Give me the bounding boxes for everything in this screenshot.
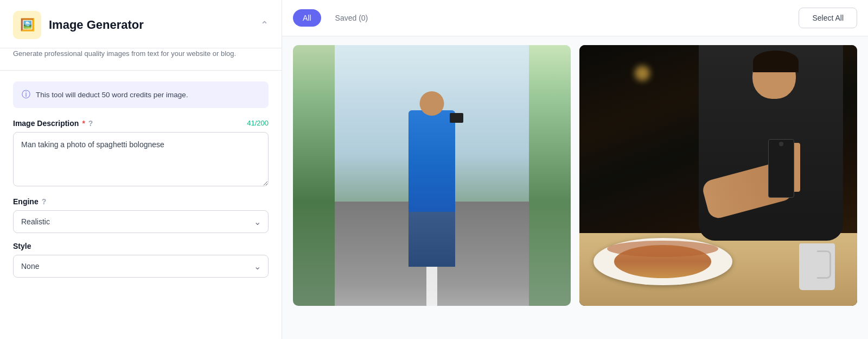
image-card-1[interactable]: [293, 45, 571, 306]
engine-select-wrapper: Realistic Artistic Anime 3D ⌄: [13, 210, 269, 233]
engine-section: Engine ? Realistic Artistic Anime 3D ⌄: [0, 197, 282, 242]
header-section: 🖼️ Image Generator ⌃: [0, 0, 282, 48]
image-card-2[interactable]: [579, 45, 857, 306]
header-left: 🖼️ Image Generator: [13, 11, 144, 39]
style-select-wrapper: None Cinematic Portrait Landscape Abstra…: [13, 255, 269, 278]
app-title: Image Generator: [49, 18, 144, 32]
left-panel: 🖼️ Image Generator ⌃ Generate profession…: [0, 0, 282, 339]
tab-all[interactable]: All: [293, 9, 321, 27]
style-section: Style None Cinematic Portrait Landscape …: [0, 242, 282, 286]
engine-help-icon[interactable]: ?: [42, 197, 47, 206]
images-grid: [282, 36, 868, 339]
description-section: Image Description * ? 41/200 document.qu…: [0, 119, 282, 197]
chevron-toggle-icon[interactable]: ⌃: [260, 19, 269, 31]
engine-label-row: Engine ?: [13, 197, 269, 206]
engine-label: Engine: [13, 197, 39, 206]
required-indicator: *: [82, 119, 85, 128]
description-textarea[interactable]: [13, 132, 269, 186]
right-panel: All Saved (0) Select All: [282, 0, 868, 339]
info-icon: ⓘ: [22, 89, 30, 101]
style-label-row: Style: [13, 242, 269, 250]
style-select[interactable]: None Cinematic Portrait Landscape Abstra…: [13, 255, 269, 278]
style-label: Style: [13, 242, 31, 250]
description-help-icon[interactable]: ?: [88, 119, 93, 128]
app-icon: 🖼️: [13, 11, 41, 39]
engine-select[interactable]: Realistic Artistic Anime 3D: [13, 210, 269, 233]
tab-saved[interactable]: Saved (0): [326, 9, 378, 27]
select-all-button[interactable]: Select All: [799, 8, 857, 28]
char-count: 41/200: [247, 119, 269, 127]
image-scene-1: [293, 45, 571, 306]
info-banner-text: This tool will deduct 50 word credits pe…: [36, 91, 188, 99]
description-label-row: Image Description * ? 41/200: [13, 119, 269, 128]
tab-bar: All Saved (0) Select All: [282, 0, 868, 36]
description-label: Image Description: [13, 119, 79, 128]
app-subtitle: Generate professional quality images fro…: [0, 48, 282, 71]
info-banner: ⓘ This tool will deduct 50 word credits …: [13, 81, 269, 108]
image-scene-2: [579, 45, 857, 306]
